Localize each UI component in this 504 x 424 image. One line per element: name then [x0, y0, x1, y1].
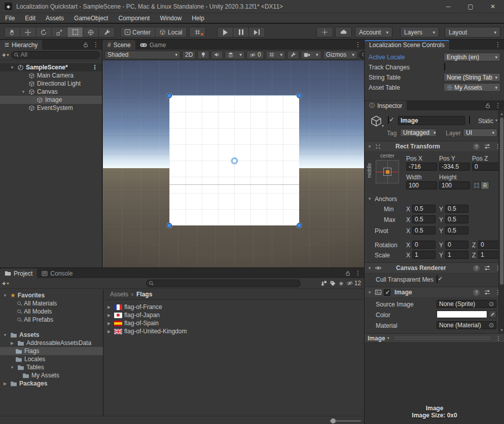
kebab-menu-icon[interactable]: ⋮ [355, 269, 361, 277]
menu-window[interactable]: Window [155, 13, 187, 23]
audio-toggle-button[interactable] [211, 51, 223, 59]
create-asset-button[interactable]: + ▾ [2, 280, 9, 287]
favorite-all-models[interactable]: All Models [0, 307, 103, 316]
kebab-menu-icon[interactable]: ⋮ [92, 64, 102, 71]
foldout-closed-icon[interactable]: ▶ [2, 381, 8, 386]
breadcrumb-assets[interactable]: Assets [110, 291, 128, 298]
step-button[interactable] [249, 27, 265, 37]
object-picker-icon[interactable]: ⊙ [489, 322, 494, 329]
2d-toggle-button[interactable]: 2D [182, 51, 196, 59]
scale-x-field[interactable]: 1 [412, 251, 436, 259]
move-tool-button[interactable] [20, 27, 36, 37]
pos-x-field[interactable]: -716 [406, 163, 437, 171]
play-button[interactable] [218, 27, 233, 37]
rect-handle-bottom-right[interactable] [297, 223, 302, 228]
help-icon[interactable]: ? [473, 265, 480, 272]
gameobject-name-field[interactable]: Image [398, 116, 465, 125]
foldout-closed-icon[interactable]: ▶ [106, 313, 112, 318]
asset-row-flag-of-spain[interactable]: ▶ flag-of-Spain [104, 319, 364, 327]
foldout-closed-icon[interactable]: ▶ [106, 305, 112, 310]
chevron-down-icon[interactable]: ▾ [387, 336, 389, 340]
lock-open-icon[interactable] [345, 271, 351, 276]
presets-icon[interactable] [484, 143, 490, 149]
hidden-packages-toggle[interactable]: 12 [346, 280, 362, 287]
foldout-open-icon[interactable]: ▼ [2, 333, 8, 337]
hierarchy-searchbox[interactable] [11, 51, 100, 59]
layer-dropdown[interactable]: UI ▾ [463, 129, 497, 137]
presets-icon[interactable] [484, 289, 490, 295]
scene-tools-button[interactable] [287, 51, 299, 59]
foldout-open-icon[interactable]: ▼ [20, 90, 26, 94]
rect-tool-button[interactable] [67, 27, 83, 37]
drag-handle-lines[interactable] [394, 337, 490, 339]
rect-handle-top-left[interactable] [167, 93, 172, 98]
hierarchy-row-canvas[interactable]: ▼ Canvas [0, 88, 102, 96]
rotation-x-field[interactable]: 0 [412, 241, 436, 249]
hierarchy-row-eventsystem[interactable]: EventSystem [0, 104, 102, 112]
rect-pivot-handle[interactable] [231, 158, 238, 164]
foldout-open-icon[interactable]: ▼ [367, 266, 373, 271]
layers-dropdown[interactable]: Layers ▾ [400, 27, 439, 37]
foldout-open-icon[interactable]: ▼ [9, 365, 15, 370]
scale-tool-button[interactable] [52, 27, 67, 37]
search-by-label-icon[interactable] [330, 280, 336, 287]
hierarchy-search-input[interactable] [21, 51, 97, 58]
breadcrumb-flags[interactable]: Flags [136, 291, 152, 298]
favorites-row[interactable]: ▼ ★ Favorites [0, 291, 103, 299]
scene-viewport[interactable] [103, 60, 364, 267]
asset-row-flag-of-france[interactable]: ▶ flag-of-France [104, 303, 364, 311]
tab-game[interactable]: Game [135, 40, 171, 50]
asset-row-flag-of-japan[interactable]: ▶ flag-of-Japan [104, 311, 364, 319]
folder-flags[interactable]: Flags [0, 347, 103, 355]
rect-transform-header[interactable]: ▼ Rect Transform ? ⋮ [365, 141, 504, 152]
menu-edit[interactable]: Edit [20, 13, 41, 23]
packages-root-row[interactable]: ▶ Packages [0, 379, 103, 388]
favorites-filter-icon[interactable]: ★ [338, 280, 344, 287]
hierarchy-row-scene[interactable]: ▼ SampleScene* ⋮ [0, 63, 102, 71]
kebab-menu-icon[interactable]: ⋮ [495, 335, 501, 342]
chevron-down-icon[interactable]: ▾ [495, 118, 497, 123]
lock-open-icon[interactable] [83, 42, 89, 48]
hierarchy-row-directional-light[interactable]: Directional Light [0, 80, 102, 88]
foldout-closed-icon[interactable]: ▶ [106, 329, 112, 334]
slider-knob[interactable] [331, 418, 336, 423]
static-checkbox[interactable] [469, 116, 470, 124]
height-field[interactable]: 100 [439, 181, 470, 189]
menu-assets[interactable]: Assets [41, 13, 69, 23]
maximize-button[interactable]: ▢ [459, 0, 482, 13]
scroll-down-arrow[interactable]: ▼ [499, 328, 504, 332]
anchors-min-x-field[interactable]: 0.5 [412, 205, 436, 213]
rotate-tool-button[interactable] [36, 27, 52, 37]
favorite-all-prefabs[interactable]: All Prefabs [0, 316, 103, 324]
foldout-open-icon[interactable]: ▼ [9, 65, 15, 70]
scrollbar-thumb[interactable] [500, 118, 503, 285]
thumbnail-size-slider[interactable] [330, 420, 361, 421]
cull-transparent-mesh-checkbox[interactable] [437, 275, 438, 283]
layout-dropdown[interactable]: Layout ▾ [445, 27, 500, 37]
lighting-toggle-button[interactable] [197, 51, 209, 59]
hidden-objects-button[interactable]: 0 [246, 51, 264, 59]
folder-locales[interactable]: Locales [0, 355, 103, 363]
menu-help[interactable]: Help [187, 13, 209, 23]
object-picker-icon[interactable]: ⊙ [489, 300, 494, 307]
blueprint-mode-button[interactable] [472, 181, 481, 189]
foldout-closed-icon[interactable]: ▶ [9, 341, 15, 345]
kebab-menu-icon[interactable]: ⋮ [93, 41, 99, 48]
anchors-max-y-field[interactable]: 0.5 [445, 215, 469, 223]
create-add-button[interactable]: + ▾ [2, 51, 9, 59]
project-searchbox[interactable] [146, 280, 301, 287]
effects-dropdown[interactable]: ▾ [225, 51, 245, 59]
image-enabled-checkbox[interactable] [384, 289, 390, 296]
kebab-menu-icon[interactable]: ⋮ [495, 41, 501, 48]
tab-hierarchy[interactable]: ☰ Hierarchy [0, 40, 42, 50]
chevron-down-icon[interactable]: ▾ [382, 124, 384, 128]
eyedropper-button[interactable] [489, 311, 496, 318]
custom-tools-button[interactable] [99, 27, 115, 37]
presets-icon[interactable] [484, 265, 490, 271]
tag-dropdown[interactable]: Untagged ▾ [400, 129, 437, 137]
gameobject-enabled-checkbox[interactable] [388, 116, 389, 124]
pivot-local-button[interactable]: Local [155, 27, 187, 37]
inspector-scrollbar[interactable]: ▲ ▼ [498, 110, 504, 333]
raw-edit-mode-button[interactable]: R [481, 181, 489, 189]
active-locale-dropdown[interactable]: English (en) ▾ [444, 53, 500, 61]
